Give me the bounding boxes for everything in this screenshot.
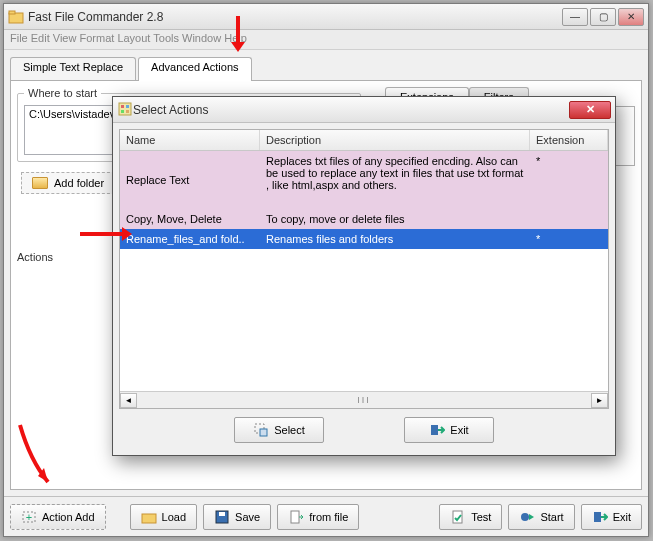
- actions-listview[interactable]: Name Description Extension Replace Text …: [119, 129, 609, 409]
- minimize-button[interactable]: —: [562, 8, 588, 26]
- folder-icon: [32, 177, 48, 189]
- titlebar: Fast File Commander 2.8 — ▢ ✕: [4, 4, 648, 30]
- from-file-label: from file: [309, 511, 348, 523]
- svg-rect-13: [121, 105, 124, 108]
- column-description[interactable]: Description: [260, 130, 530, 150]
- list-row-selected[interactable]: Rename_files_and fold.. Renames files an…: [120, 229, 608, 249]
- add-folder-label: Add folder: [54, 177, 104, 189]
- tab-simple-replace[interactable]: Simple Text Replace: [10, 57, 136, 81]
- svg-rect-4: [142, 514, 156, 523]
- select-button[interactable]: Select: [234, 417, 324, 443]
- cell-ext: *: [530, 229, 608, 249]
- column-name[interactable]: Name: [120, 130, 260, 150]
- cell-name: Copy, Move, Delete: [120, 209, 260, 229]
- cell-ext: [530, 209, 608, 217]
- list-row[interactable]: Replace Text Replaces txt files of any s…: [120, 151, 608, 209]
- close-button[interactable]: ✕: [618, 8, 644, 26]
- svg-rect-6: [219, 512, 225, 516]
- scroll-right-button[interactable]: ►: [591, 393, 608, 408]
- main-tabs: Simple Text Replace Advanced Actions: [10, 56, 642, 80]
- exit-icon: [429, 422, 445, 438]
- exit-button[interactable]: Exit: [581, 504, 642, 530]
- add-folder-button[interactable]: Add folder: [21, 172, 115, 194]
- cell-name: Rename_files_and fold..: [120, 229, 260, 249]
- app-icon: [8, 9, 24, 25]
- dialog-close-button[interactable]: ✕: [569, 101, 611, 119]
- svg-rect-7: [291, 511, 299, 523]
- svg-rect-19: [431, 425, 438, 435]
- exit-label: Exit: [613, 511, 631, 523]
- svg-rect-11: [594, 512, 601, 522]
- maximize-button[interactable]: ▢: [590, 8, 616, 26]
- disk-icon: [214, 509, 230, 525]
- listview-body: Replace Text Replaces txt files of any s…: [120, 151, 608, 391]
- scroll-track[interactable]: III: [137, 395, 591, 405]
- svg-text:+: +: [26, 511, 32, 523]
- listview-header: Name Description Extension: [120, 130, 608, 151]
- svg-rect-12: [119, 103, 131, 115]
- add-icon: +: [21, 509, 37, 525]
- select-icon: [253, 422, 269, 438]
- dialog-title: Select Actions: [133, 103, 569, 117]
- dialog-body: Name Description Extension Replace Text …: [113, 123, 615, 455]
- from-file-button[interactable]: from file: [277, 504, 359, 530]
- tab-advanced-actions[interactable]: Advanced Actions: [138, 57, 251, 81]
- dialog-titlebar: Select Actions ✕: [113, 97, 615, 123]
- window-title: Fast File Commander 2.8: [28, 10, 562, 24]
- cell-name: Replace Text: [120, 151, 260, 209]
- cell-desc: To copy, move or delete files: [260, 209, 530, 229]
- select-label: Select: [274, 424, 305, 436]
- horizontal-scrollbar[interactable]: ◄ III ►: [120, 391, 608, 408]
- action-add-label: Action Add: [42, 511, 95, 523]
- start-button[interactable]: Start: [508, 504, 574, 530]
- document-check-icon: [450, 509, 466, 525]
- import-icon: [288, 509, 304, 525]
- action-add-button[interactable]: + Action Add: [10, 504, 106, 530]
- svg-rect-15: [121, 110, 124, 113]
- exit-icon: [592, 509, 608, 525]
- column-extension[interactable]: Extension: [530, 130, 608, 150]
- folder-open-icon: [141, 509, 157, 525]
- svg-point-9: [521, 513, 529, 521]
- svg-rect-14: [126, 105, 129, 108]
- dialog-button-row: Select Exit: [119, 417, 609, 443]
- save-button[interactable]: Save: [203, 504, 271, 530]
- where-to-start-legend: Where to start: [24, 87, 101, 99]
- dialog-exit-button[interactable]: Exit: [404, 417, 494, 443]
- save-label: Save: [235, 511, 260, 523]
- dialog-exit-label: Exit: [450, 424, 468, 436]
- cell-ext: *: [530, 151, 608, 171]
- test-button[interactable]: Test: [439, 504, 502, 530]
- select-actions-dialog: Select Actions ✕ Name Description Extens…: [112, 96, 616, 456]
- menubar[interactable]: File Edit View Format Layout Tools Windo…: [4, 30, 648, 50]
- gear-play-icon: [519, 509, 535, 525]
- test-label: Test: [471, 511, 491, 523]
- cell-desc: Replaces txt files of any specified encd…: [260, 151, 530, 195]
- svg-marker-10: [529, 514, 534, 520]
- scroll-left-button[interactable]: ◄: [120, 393, 137, 408]
- cell-desc: Renames files and folders: [260, 229, 530, 249]
- window-controls: — ▢ ✕: [562, 8, 644, 26]
- list-row[interactable]: Copy, Move, Delete To copy, move or dele…: [120, 209, 608, 229]
- load-button[interactable]: Load: [130, 504, 197, 530]
- svg-rect-18: [260, 429, 267, 436]
- svg-rect-16: [126, 110, 129, 113]
- svg-rect-1: [9, 11, 15, 14]
- bottom-toolbar: + Action Add Load Save from file Test St…: [4, 496, 648, 536]
- dialog-icon: [117, 101, 133, 119]
- start-label: Start: [540, 511, 563, 523]
- load-label: Load: [162, 511, 186, 523]
